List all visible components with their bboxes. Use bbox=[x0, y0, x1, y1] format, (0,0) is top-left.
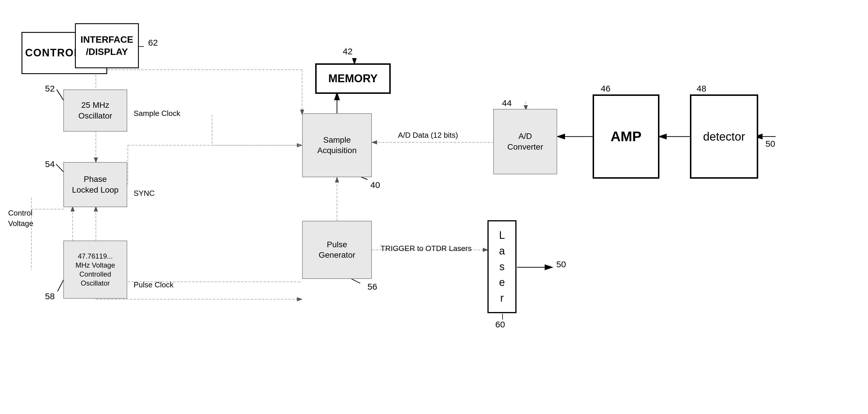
laser-label: L a s e r bbox=[499, 227, 505, 306]
osc-25mhz-block: 25 MHz Oscillator bbox=[63, 90, 127, 132]
pulse-gen-label: Pulse Generator bbox=[319, 240, 355, 261]
label-46: 46 bbox=[601, 84, 610, 94]
trigger-label: TRIGGER to OTDR Lasers bbox=[380, 244, 472, 253]
amp-block: AMP bbox=[593, 94, 659, 179]
memory-block: MEMORY bbox=[315, 63, 391, 94]
detector-block: detector bbox=[690, 94, 758, 179]
pll-block: Phase Locked Loop bbox=[63, 162, 127, 207]
pulse-clock-label: Pulse Clock bbox=[134, 280, 174, 289]
label-48: 48 bbox=[696, 84, 706, 94]
sample-acquisition-block: Sample Acquisition bbox=[302, 113, 372, 177]
label-50-laser: 50 bbox=[556, 259, 566, 269]
label-60: 60 bbox=[495, 320, 505, 329]
control-voltage-label: Control Voltage bbox=[8, 208, 33, 229]
pulse-generator-block: Pulse Generator bbox=[302, 221, 372, 279]
amp-label: AMP bbox=[611, 128, 642, 146]
label-40: 40 bbox=[370, 180, 380, 190]
osc-25mhz-label: 25 MHz Oscillator bbox=[79, 100, 113, 121]
interface-display-block: INTERFACE /DISPLAY bbox=[75, 23, 139, 68]
laser-block: L a s e r bbox=[488, 220, 517, 313]
detector-label: detector bbox=[703, 129, 745, 144]
sync-label: SYNC bbox=[134, 189, 155, 198]
label-58: 58 bbox=[45, 291, 55, 301]
ad-converter-block: A/D Converter bbox=[493, 109, 557, 174]
vco-label: 47.76119... MHz Voltage Controlled Oscil… bbox=[75, 252, 115, 288]
label-54: 54 bbox=[45, 159, 55, 169]
label-42: 42 bbox=[343, 46, 352, 56]
label-62: 62 bbox=[148, 38, 158, 47]
sample-clock-label: Sample Clock bbox=[134, 109, 180, 118]
ad-data-label: A/D Data (12 bits) bbox=[398, 131, 458, 140]
svg-line-29 bbox=[351, 279, 360, 283]
ad-converter-label: A/D Converter bbox=[507, 131, 543, 152]
sample-acq-label: Sample Acquisition bbox=[317, 135, 356, 156]
memory-label: MEMORY bbox=[328, 71, 378, 86]
label-52: 52 bbox=[45, 84, 55, 94]
diagram: CONTROLLER INTERFACE /DISPLAY 62 MEMORY … bbox=[0, 0, 868, 414]
pll-label: Phase Locked Loop bbox=[72, 174, 119, 195]
label-56: 56 bbox=[368, 282, 377, 292]
label-50-detector: 50 bbox=[766, 139, 775, 149]
interface-display-label: INTERFACE /DISPLAY bbox=[81, 34, 133, 58]
label-44: 44 bbox=[502, 98, 512, 108]
vco-block: 47.76119... MHz Voltage Controlled Oscil… bbox=[63, 241, 127, 299]
